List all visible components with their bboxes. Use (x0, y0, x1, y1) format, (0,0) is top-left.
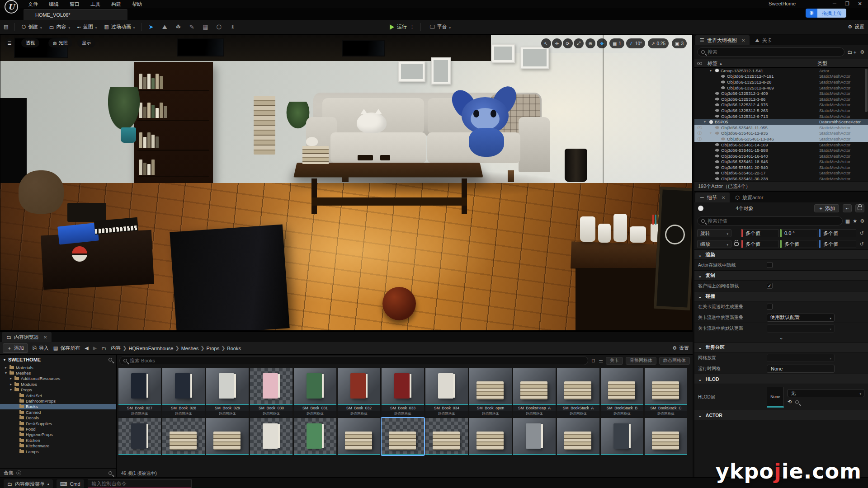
section-header-ACTOR[interactable]: ⌄ACTOR (694, 410, 868, 420)
breadcrumb-内容[interactable]: 内容 (111, 345, 121, 352)
asset-item[interactable]: SM_Book_029静态网格体 (206, 368, 249, 417)
filter-chip-关卡[interactable]: 关卡 (606, 357, 623, 365)
play-options-icon[interactable]: ⋮ (410, 24, 415, 30)
expander-icon[interactable]: ▸ (10, 382, 14, 386)
outliner-row[interactable]: Obj3d66-1325312-5-263StaticMeshActor (694, 108, 868, 113)
asset-item[interactable]: SM_Book_028静态网格体 (162, 368, 205, 417)
content-drawer-button[interactable]: 🗀 内容侧滑菜单 ▴ (4, 479, 53, 488)
asset-item[interactable] (162, 418, 205, 455)
outliner-row[interactable]: Obj3d66-1325312-3-86StaticMeshActor (694, 96, 868, 102)
fracture-mode-icon[interactable]: ▦ (198, 22, 212, 32)
section-header-HLOD[interactable]: ⌄HLOD (694, 374, 868, 384)
filter-chip-静态网格体[interactable]: 静态网格体 (659, 357, 690, 365)
property-checkbox[interactable] (767, 262, 773, 268)
asset-item[interactable] (206, 418, 249, 455)
outliner-row[interactable]: Obj3d66-1325312-1-409StaticMeshActor (694, 90, 868, 96)
visibility-eye-icon[interactable] (697, 126, 702, 129)
import-button[interactable]: ⎘导入 (33, 345, 49, 352)
viewport-options-button[interactable]: ☰ (5, 38, 14, 47)
browse-icon[interactable] (795, 400, 799, 404)
rotation-snap-button[interactable]: ∠10° (626, 38, 645, 48)
asset-item[interactable]: SM_BookStack_B静态网格体 (601, 368, 643, 417)
outliner-row[interactable]: Obj3d66-535461-30-238StaticMeshActor (694, 176, 868, 182)
close-tab-icon[interactable]: ✕ (741, 38, 745, 43)
expander-icon[interactable]: ▸ (5, 366, 9, 370)
tree-item-Food[interactable]: Food (0, 426, 116, 432)
menu-帮助[interactable]: 帮助 (127, 0, 147, 9)
asset-item[interactable] (338, 418, 380, 455)
search-icon[interactable] (108, 358, 112, 361)
select-tool-icon[interactable]: ↖ (541, 38, 551, 48)
tree-root[interactable]: ▾ SWEETHOME (0, 355, 116, 365)
surface-snap-icon[interactable]: ❖ (597, 38, 607, 48)
asset-item[interactable]: SM_Book_033静态网格体 (382, 368, 424, 417)
add-collection-icon[interactable]: ＋ (16, 470, 21, 475)
asset-item[interactable]: SM_Book_027静态网格体 (118, 368, 161, 417)
asset-item[interactable]: SM_Book_open静态网格体 (469, 368, 512, 417)
menu-文件[interactable]: 文件 (23, 0, 43, 9)
hlod-dropdown[interactable]: 无▾ (788, 389, 864, 397)
section-header-渲染[interactable]: ⌄渲染 (694, 249, 868, 259)
save-search-icon[interactable]: 🗋 (591, 358, 596, 363)
asset-item[interactable] (645, 418, 687, 455)
play-label[interactable]: 运行 (397, 23, 407, 30)
reset-icon[interactable]: ↺ (858, 230, 865, 236)
tree-item-HygieneProps[interactable]: HygieneProps (0, 432, 116, 437)
transform-y-value[interactable]: 0.0 ° (780, 229, 817, 237)
save-all-button[interactable]: ▤保存所有 (53, 345, 80, 352)
transform-type-dropdown[interactable]: 旋转▾ (697, 229, 731, 237)
blueprint-button[interactable]: ▪▫蓝图▾ (74, 22, 100, 32)
content-settings-button[interactable]: ⚙设置 (672, 345, 689, 352)
asset-item[interactable] (118, 418, 161, 455)
viewport[interactable]: ☰ 透视 ◍光照 显示 ↖ ✛ ⟳ ⤢ ⊕ ❖ ▦1 ∠10° ↗0.25 ▣3 (0, 34, 693, 331)
tree-item-ArtistSet[interactable]: ArtistSet (0, 393, 116, 398)
use-asset-icon[interactable]: ⟲ (788, 399, 792, 405)
lock-icon[interactable] (734, 242, 739, 246)
cmd-selector[interactable]: ⌨ Cmd (57, 479, 84, 488)
outliner-row[interactable]: Obj3d66-535461-22-17StaticMeshActor (694, 170, 868, 176)
property-dropdown[interactable]: 使用默认配置▾ (767, 314, 835, 322)
toolbar-settings-button[interactable]: ⚙设置 (848, 23, 864, 30)
levels-tab[interactable]: ⛰ 关卡 (750, 35, 776, 45)
breadcrumb-Props[interactable]: Props (206, 346, 219, 351)
outliner-row[interactable]: Obj3d66-535461-11-955StaticMeshActor (694, 125, 868, 131)
tree-item-Materials[interactable]: ▸Materials (0, 365, 116, 370)
tree-item-Lamps[interactable]: Lamps (0, 449, 116, 454)
rotate-tool-icon[interactable]: ⟳ (563, 38, 573, 48)
search-icon[interactable] (108, 471, 112, 475)
menu-编辑[interactable]: 编辑 (43, 0, 64, 9)
platforms-button[interactable]: 🖵平台▾ (426, 22, 454, 32)
show-button[interactable]: 显示 (77, 38, 95, 47)
grid-snap-button[interactable]: ▦1 (609, 38, 624, 48)
lock-icon[interactable] (855, 204, 864, 212)
tree-item-Meshes[interactable]: ▾Meshes (0, 370, 116, 375)
lit-mode-button[interactable]: ◍光照 (48, 38, 72, 47)
expand-advanced-icon[interactable]: ⌄ (694, 333, 868, 342)
visibility-eye-icon[interactable] (697, 131, 702, 135)
back-icon[interactable]: ◀ (85, 345, 88, 351)
outliner-row[interactable]: ▾Obj3d66-535461-12-935StaticMeshActor (694, 131, 868, 136)
menu-窗口[interactable]: 窗口 (64, 0, 85, 9)
transform-x-value[interactable]: 多个值 (741, 240, 778, 248)
asset-item[interactable] (601, 418, 643, 455)
filter-chip-骨骼网格体[interactable]: 骨骼网格体 (626, 357, 656, 365)
section-header-碰撞[interactable]: ⌄碰撞 (694, 291, 868, 301)
outliner-row[interactable]: Obj3d66-535461-18-646StaticMeshActor (694, 159, 868, 165)
content-button[interactable]: 🗀内容▾ (46, 22, 74, 32)
blueprint-convert-icon[interactable]: ▪▫ (843, 204, 852, 212)
outliner-row[interactable]: Obj3d66-1325312-4-976StaticMeshActor (694, 102, 868, 108)
breadcrumb-Books[interactable]: Books (227, 346, 241, 351)
scale-snap-button[interactable]: ↗0.25 (648, 38, 669, 48)
paint-mode-icon[interactable]: ✎ (185, 22, 198, 32)
tree-item-AdditionalResources[interactable]: ▸AdditionalResources (0, 376, 116, 381)
level-tab[interactable]: HOME_VOL06* (24, 9, 127, 20)
tree-item-Modules[interactable]: ▸Modules (0, 381, 116, 387)
perspective-button[interactable]: 透视 (21, 38, 39, 47)
tree-item-DeskSupplies[interactable]: DeskSupplies (0, 421, 116, 426)
section-header-世界分区[interactable]: ⌄世界分区 (694, 342, 868, 352)
asset-item[interactable]: SM_BooksHeap_A静态网格体 (513, 368, 556, 417)
save-button[interactable]: ▤ (0, 22, 12, 32)
play-icon[interactable] (390, 24, 394, 30)
breadcrumb-HQRetroFarmhouse[interactable]: HQRetroFarmhouse (128, 346, 173, 351)
expander-icon[interactable]: ▾ (704, 120, 708, 124)
